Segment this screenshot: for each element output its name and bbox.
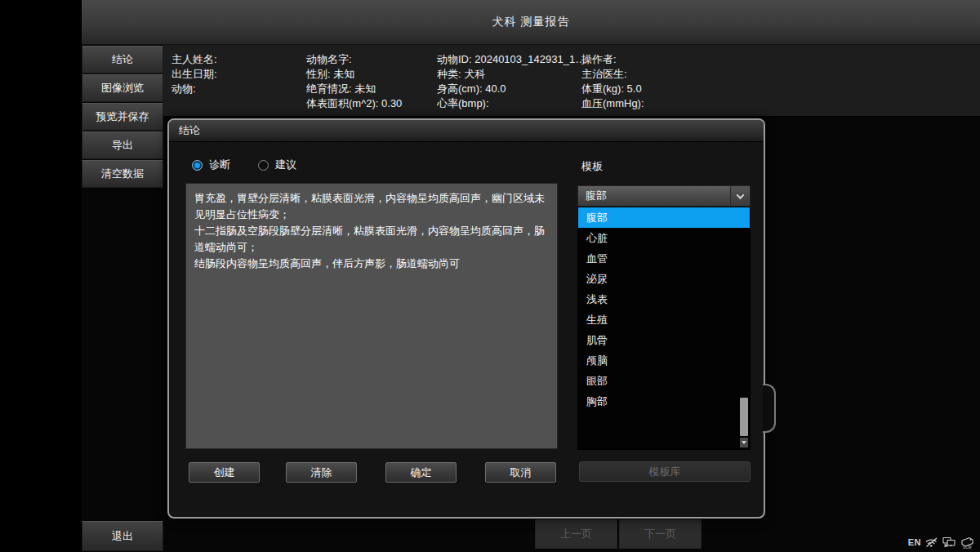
sex-field: 性别: 未知 <box>306 67 437 82</box>
patient-info-column: 动物名字: 性别: 未知 绝育情况: 未知 体表面积(m^2): 0.30 <box>306 45 437 116</box>
dialog-title: 结论 <box>179 123 200 138</box>
dropdown-option-urinary[interactable]: 泌尿 <box>578 269 750 289</box>
create-button[interactable]: 创建 <box>189 462 260 483</box>
sidebar-item-label: 导出 <box>112 138 133 153</box>
radio-diagnosis[interactable]: 诊断 <box>192 158 230 172</box>
prev-page-label: 上一页 <box>560 527 592 541</box>
animal-field: 动物: <box>172 82 306 96</box>
dropdown-option-reproductive[interactable]: 生殖 <box>578 309 750 330</box>
prev-page-button[interactable]: 上一页 <box>535 519 617 549</box>
dropdown-option-musculoskeletal[interactable]: 肌骨 <box>578 330 750 350</box>
diagnosis-textarea[interactable]: 胃充盈，胃壁分层清晰，粘膜表面光滑，内容物呈均质高回声，幽门区域未见明显占位性病… <box>185 183 558 449</box>
dropdown-scrollbar[interactable] <box>740 398 748 448</box>
left-black-column <box>0 0 82 552</box>
animal-name-field: 动物名字: <box>306 52 437 67</box>
height-field: 身高(cm): 40.0 <box>437 82 581 96</box>
radio-unselected-icon <box>258 160 269 171</box>
page-title: 犬科 测量报告 <box>492 15 570 29</box>
display-disconnected-icon <box>942 536 956 548</box>
neuter-status-field: 绝育情况: 未知 <box>306 82 437 96</box>
sidebar-item-label: 图像浏览 <box>101 81 144 96</box>
radio-suggestion[interactable]: 建议 <box>258 158 296 172</box>
weight-field: 体重(kg): 5.0 <box>581 82 728 96</box>
birth-date-field: 出生日期: <box>172 67 306 82</box>
radio-label: 建议 <box>275 158 296 172</box>
sidebar-item-label: 结论 <box>112 52 133 67</box>
dropdown-option-vessels[interactable]: 血管 <box>578 248 750 269</box>
status-tray: EN DCM <box>908 535 975 550</box>
sidebar-item-export[interactable]: 导出 <box>82 131 163 159</box>
exit-button-label: 退出 <box>112 529 133 544</box>
radio-selected-icon <box>192 160 203 171</box>
scrollbar-down-button[interactable] <box>740 438 748 447</box>
animal-id-field: 动物ID: 20240103_142931_1… <box>437 52 581 67</box>
arrow-down-icon <box>742 441 746 444</box>
dropdown-option-superficial[interactable]: 浅表 <box>578 289 750 309</box>
sidebar-item-image-browse[interactable]: 图像浏览 <box>82 74 163 102</box>
language-indicator[interactable]: EN <box>908 537 921 547</box>
dicom-tag-icon: DCM <box>960 536 975 549</box>
dialog-title-bar[interactable]: 结论 <box>169 120 764 142</box>
template-dropdown-list: 腹部 心脏 血管 泌尿 浅表 生殖 肌骨 颅脑 眼部 胸部 <box>577 207 751 450</box>
dropdown-option-eye[interactable]: 眼部 <box>578 371 750 391</box>
next-page-button[interactable]: 下一页 <box>619 519 702 549</box>
network-disconnected-icon <box>925 536 938 548</box>
chevron-down-icon <box>730 186 750 206</box>
heart-rate-field: 心率(bmp): <box>437 96 581 111</box>
conclusion-dialog: 结论 诊断 建议 胃充盈，胃壁分层清晰，粘膜表面光滑，内容物呈均质高回声，幽门区… <box>167 118 765 519</box>
patient-info-column: 操作者: 主治医生: 体重(kg): 5.0 血压(mmHg): <box>581 45 728 116</box>
attending-vet-field: 主治医生: <box>581 67 728 82</box>
patient-info-panel: 主人姓名: 出生日期: 动物: 动物名字: 性别: 未知 绝育情况: 未知 体表… <box>163 45 980 117</box>
title-bar: 犬科 测量报告 <box>82 0 980 45</box>
template-selected-value: 腹部 <box>578 189 730 203</box>
exit-button[interactable]: 退出 <box>82 521 163 551</box>
radio-label: 诊断 <box>209 158 230 172</box>
species-field: 种类: 犬科 <box>437 67 581 82</box>
dropdown-option-cranial[interactable]: 颅脑 <box>578 350 750 371</box>
dropdown-option-abdomen[interactable]: 腹部 <box>578 207 750 228</box>
radio-group: 诊断 建议 <box>192 158 296 172</box>
template-label: 模板 <box>581 159 603 174</box>
patient-info-column: 主人姓名: 出生日期: 动物: <box>172 45 306 116</box>
app-root: 犬科 测量报告 结论 图像浏览 预览并保存 导出 清空数据 主人姓名: 出生日期… <box>0 0 980 552</box>
sidebar-item-label: 清空数据 <box>101 167 144 181</box>
scrollbar-thumb[interactable] <box>740 398 748 436</box>
next-page-label: 下一页 <box>644 527 676 541</box>
clear-button[interactable]: 清除 <box>286 462 357 483</box>
sidebar-item-preview-save[interactable]: 预览并保存 <box>82 103 163 131</box>
svg-text:DCM: DCM <box>963 545 971 549</box>
patient-info-column: 动物ID: 20240103_142931_1… 种类: 犬科 身高(cm): … <box>437 45 581 116</box>
confirm-button[interactable]: 确定 <box>385 462 457 483</box>
blood-pressure-field: 血压(mmHg): <box>581 96 728 111</box>
sidebar-item-label: 预览并保存 <box>96 109 149 124</box>
dialog-drag-handle[interactable] <box>763 384 776 433</box>
dropdown-option-chest[interactable]: 胸部 <box>578 391 750 412</box>
template-combobox[interactable]: 腹部 <box>577 185 751 207</box>
cancel-button[interactable]: 取消 <box>485 462 556 483</box>
operator-field: 操作者: <box>581 52 728 67</box>
dropdown-option-heart[interactable]: 心脏 <box>578 228 750 248</box>
body-surface-field: 体表面积(m^2): 0.30 <box>306 96 437 111</box>
sidebar-item-clear-data[interactable]: 清空数据 <box>82 160 163 188</box>
template-library-button: 模板库 <box>579 461 751 482</box>
owner-name-field: 主人姓名: <box>172 52 306 67</box>
sidebar-item-conclusion[interactable]: 结论 <box>82 46 163 73</box>
